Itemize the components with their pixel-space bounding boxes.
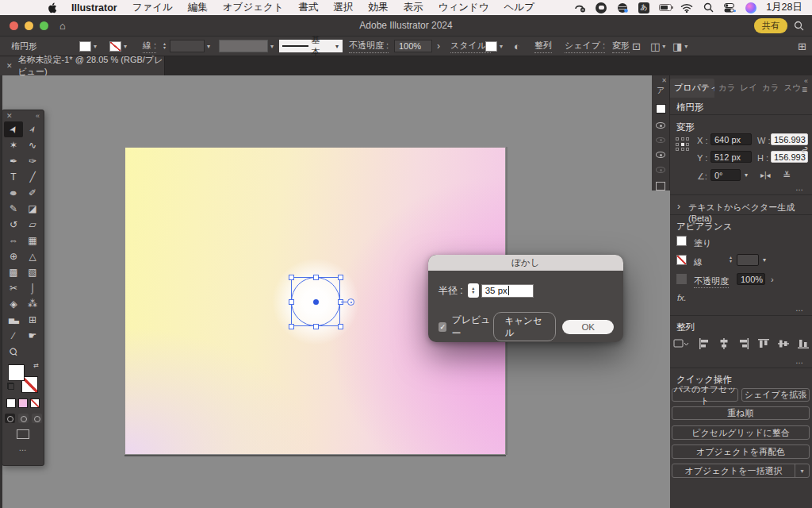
line-app-icon[interactable] bbox=[595, 2, 607, 13]
ime-input-icon[interactable]: あ bbox=[638, 2, 650, 13]
menu-select[interactable]: 選択 bbox=[334, 1, 354, 14]
opacity-more-icon[interactable]: › bbox=[771, 275, 774, 284]
artboard-tool[interactable]: ⊞ bbox=[23, 312, 42, 328]
none-swatch-button[interactable] bbox=[30, 398, 40, 408]
align-left-icon[interactable] bbox=[696, 337, 712, 350]
arrange-button[interactable]: 重ね順 bbox=[672, 406, 810, 420]
eraser-tool[interactable]: ◪ bbox=[23, 201, 42, 217]
selection-tool[interactable]: ➤ bbox=[4, 121, 23, 137]
opacity-label[interactable]: 不透明度 : bbox=[349, 37, 389, 56]
select-objects-dropdown-icon[interactable]: ▾ bbox=[795, 464, 809, 477]
home-icon[interactable]: ⌂ bbox=[59, 20, 66, 32]
appearance-fill-swatch[interactable] bbox=[676, 236, 687, 246]
column-graph-tool[interactable]: ▅▃ bbox=[4, 312, 23, 328]
reference-point-grid[interactable] bbox=[676, 137, 690, 152]
preview-checkbox[interactable]: ✓ bbox=[439, 322, 446, 332]
opacity-field[interactable]: 100% bbox=[394, 37, 432, 56]
direct-selection-tool[interactable]: ➢ bbox=[23, 121, 42, 137]
eyedropper-tool[interactable]: ⌡ bbox=[23, 280, 42, 296]
color-swatch-button[interactable] bbox=[6, 398, 16, 408]
tools-collapse-icon[interactable]: « bbox=[36, 112, 40, 120]
network-globe-icon[interactable] bbox=[616, 2, 629, 13]
align-pixel-grid-button[interactable]: ピクセルグリッドに整合 bbox=[672, 425, 810, 440]
tab-swatches[interactable]: スウ bbox=[779, 79, 802, 98]
visibility-eye-icon-dim[interactable] bbox=[656, 167, 665, 173]
align-right-icon[interactable] bbox=[736, 337, 752, 350]
zoom-tool[interactable]: Ϙ bbox=[4, 344, 23, 360]
align-link[interactable]: 整列 bbox=[534, 37, 552, 56]
perspective-grid-tool[interactable]: △ bbox=[23, 248, 42, 264]
window-zoom-button[interactable] bbox=[40, 21, 48, 30]
appearance-more-icon[interactable]: … bbox=[795, 304, 804, 313]
appearance-opacity-field[interactable]: 100% bbox=[737, 273, 765, 285]
document-tab[interactable]: ✕ 名称未設定-1* @ 28.05 % (RGB/プレビュー) bbox=[0, 56, 165, 75]
window-minimize-button[interactable] bbox=[25, 21, 33, 30]
select-objects-button[interactable]: オブジェクトを一括選択 ▾ bbox=[672, 464, 810, 478]
appearance-stroke-swatch[interactable] bbox=[676, 255, 687, 265]
tab-color-guide[interactable]: カラ bbox=[758, 79, 780, 98]
magic-wand-tool[interactable]: ✶ bbox=[4, 137, 23, 153]
paintbrush-tool[interactable]: ✐ bbox=[23, 185, 42, 201]
dock-close-icon[interactable]: ✕ bbox=[661, 77, 667, 84]
arrange-icon[interactable]: ◨▾ bbox=[672, 37, 688, 56]
tab-color[interactable]: カラ bbox=[714, 79, 737, 98]
transform-more-icon[interactable]: … bbox=[795, 183, 804, 192]
slice-tool[interactable]: ∕ bbox=[4, 328, 23, 344]
fill-indicator[interactable] bbox=[8, 364, 25, 381]
x-field[interactable]: 640 px bbox=[710, 133, 752, 145]
angle-dropdown-icon[interactable]: ▾ bbox=[745, 171, 748, 179]
opacity-more-icon[interactable]: › bbox=[437, 37, 440, 56]
type-tool[interactable]: T bbox=[4, 169, 23, 185]
visibility-eye-icon-dim[interactable] bbox=[656, 137, 665, 144]
selection-handle-sw[interactable] bbox=[289, 324, 294, 329]
window-close-button[interactable] bbox=[10, 21, 18, 30]
screen-mode-button[interactable] bbox=[17, 429, 29, 439]
transform-link[interactable]: 変形 bbox=[612, 37, 630, 56]
lasso-tool[interactable]: ∿ bbox=[23, 137, 42, 153]
menu-type[interactable]: 書式 bbox=[299, 1, 319, 14]
ok-button[interactable]: OK bbox=[562, 320, 614, 334]
selection-handle-nw[interactable] bbox=[289, 275, 294, 280]
stroke-weight-stepper[interactable]: ▴▾ bbox=[161, 37, 168, 56]
selection-center-point[interactable] bbox=[313, 299, 319, 305]
gradient-tool[interactable]: ▧ bbox=[23, 264, 42, 280]
hand-tool[interactable]: ☛ bbox=[23, 328, 42, 344]
bounding-box-icon[interactable]: ⊡ bbox=[632, 37, 641, 56]
align-horizontal-center-icon[interactable] bbox=[716, 337, 732, 350]
selection-handle-ne[interactable] bbox=[338, 275, 343, 280]
selection-handle-se[interactable] bbox=[338, 324, 343, 329]
dock-fill-swatch[interactable] bbox=[656, 104, 666, 114]
fill-stroke-indicator[interactable]: ⇄ bbox=[8, 364, 38, 393]
menu-file[interactable]: ファイル bbox=[132, 1, 173, 14]
menu-object[interactable]: オブジェクト bbox=[223, 1, 284, 14]
line-segment-tool[interactable]: ╱ bbox=[23, 169, 42, 185]
align-bottom-icon[interactable] bbox=[795, 337, 811, 350]
style-swatch[interactable]: ▾ bbox=[485, 37, 503, 56]
radius-stepper[interactable]: ▴▾ bbox=[468, 283, 479, 298]
draw-inside-mode-button[interactable] bbox=[32, 414, 42, 423]
document-setup-globe-icon[interactable]: ◐ bbox=[514, 37, 520, 56]
siri-icon[interactable] bbox=[745, 2, 757, 13]
stroke-dropdown-icon[interactable]: ▾ bbox=[763, 256, 766, 264]
shape-builder-tool[interactable]: ⊕ bbox=[4, 248, 23, 264]
align-to-dropdown-icon[interactable] bbox=[673, 337, 689, 350]
fill-color-swatch[interactable]: ▾ bbox=[79, 37, 97, 56]
dock-tab-label[interactable]: ア bbox=[657, 85, 665, 96]
scissors-tool[interactable]: ✂ bbox=[4, 280, 23, 296]
menu-edit[interactable]: 編集 bbox=[188, 1, 208, 14]
stroke-color-swatch[interactable]: ▾ bbox=[109, 37, 127, 56]
rotate-tool[interactable]: ↺ bbox=[4, 217, 23, 233]
selection-handle-s[interactable] bbox=[313, 324, 319, 329]
share-button[interactable]: 共有 bbox=[754, 18, 787, 33]
align-top-icon[interactable] bbox=[756, 337, 772, 350]
align-vertical-center-icon[interactable] bbox=[776, 337, 791, 350]
battery-icon[interactable] bbox=[659, 2, 672, 13]
draw-normal-mode-button[interactable] bbox=[5, 414, 15, 423]
spotlight-search-icon[interactable] bbox=[702, 2, 714, 13]
pencil-tool[interactable]: ✎ bbox=[4, 201, 23, 217]
vector-section-chevron-icon[interactable]: › bbox=[677, 201, 680, 212]
menu-illustrator[interactable]: Illustrator bbox=[71, 2, 117, 13]
menu-help[interactable]: ヘルプ bbox=[504, 1, 534, 14]
call-status-icon[interactable] bbox=[573, 2, 586, 13]
dock-stroke-swatch[interactable] bbox=[656, 182, 665, 190]
